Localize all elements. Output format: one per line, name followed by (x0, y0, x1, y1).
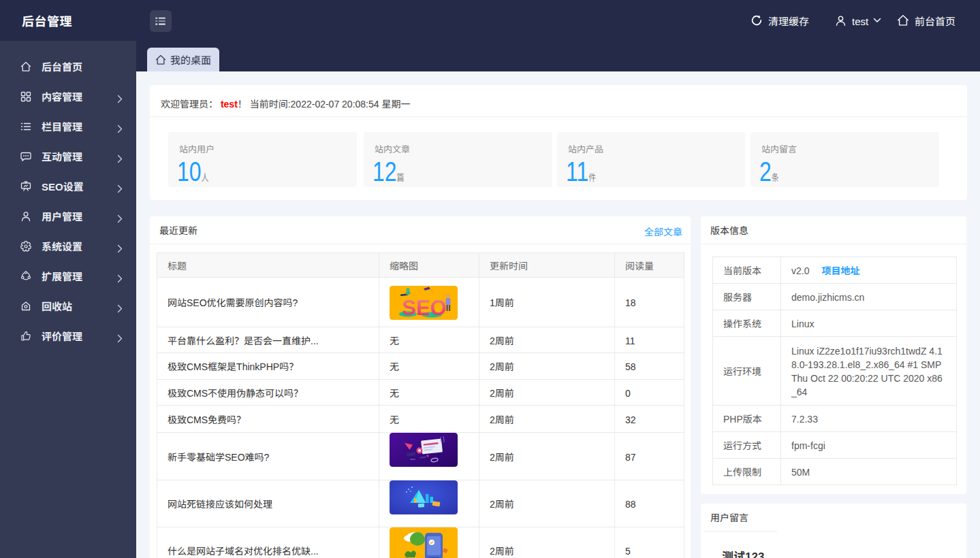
svg-text:SEO: SEO (402, 296, 446, 320)
